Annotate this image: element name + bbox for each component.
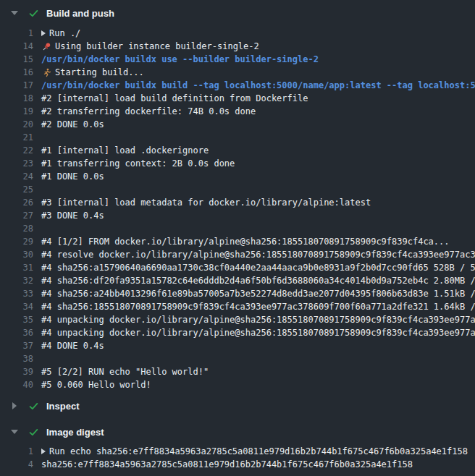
line-number[interactable]: 23 — [6, 158, 33, 169]
log-line[interactable]: 1Run ./ — [0, 27, 475, 40]
workflow-log: Build and push 1Run ./14Using builder in… — [0, 0, 475, 471]
log-line[interactable]: 22#1 [internal] load .dockerignore — [0, 144, 475, 157]
log-line[interactable]: 31#4 sha256:a15790640a6690aa1730c38cf0a4… — [0, 261, 475, 274]
line-number[interactable]: 22 — [6, 145, 33, 156]
log-text: Run ./ — [49, 28, 80, 38]
line-content: Starting build... — [33, 67, 144, 77]
log-line[interactable]: 18#2 [internal] load build definition fr… — [0, 92, 475, 105]
log-line[interactable]: 4sha256:e7ff8834a5963a2785c5a0811e979d16… — [0, 458, 475, 471]
line-number[interactable]: 36 — [6, 328, 33, 338]
line-number[interactable]: 25 — [6, 184, 33, 195]
line-content: #2 DONE 0.0s — [33, 119, 104, 129]
line-number[interactable]: 1 — [6, 28, 33, 38]
line-number[interactable]: 27 — [6, 211, 33, 221]
log-line[interactable]: 40#5 0.060 Hello world! — [0, 378, 475, 391]
line-content: #2 transferring dockerfile: 74B 0.0s don… — [33, 106, 256, 116]
run-expander-icon[interactable] — [41, 449, 46, 454]
log-text: #2 [internal] load build definition from… — [41, 93, 308, 103]
section-header-inspect[interactable]: Inspect — [0, 396, 475, 416]
line-number[interactable]: 38 — [6, 354, 33, 364]
log-line[interactable]: 33#4 sha256:a24bb4013296f61e89ba57005a7b… — [0, 287, 475, 300]
line-content: #4 sha256:a24bb4013296f61e89ba57005a7b3e… — [33, 289, 475, 299]
log-text: #4 unpacking docker.io/library/alpine@sh… — [41, 315, 475, 325]
log-line[interactable]: 37#4 DONE 0.4s — [0, 339, 475, 352]
log-text: #1 DONE 0.0s — [41, 171, 104, 182]
check-icon — [28, 401, 39, 412]
log-line[interactable]: 29#4 [1/2] FROM docker.io/library/alpine… — [0, 235, 475, 248]
log-text: #4 unpacking docker.io/library/alpine@sh… — [41, 328, 475, 338]
line-number[interactable]: 1 — [6, 446, 33, 456]
log-line[interactable]: 26#3 [internal] load metadata for docker… — [0, 196, 475, 209]
line-number[interactable]: 35 — [6, 315, 33, 325]
log-line[interactable]: 23#1 transferring context: 2B 0.0s done — [0, 157, 475, 170]
line-content: sha256:e7ff8834a5963a2785c5a0811e979d16b… — [33, 459, 413, 469]
log-line[interactable]: 30#4 resolve docker.io/library/alpine@sh… — [0, 248, 475, 261]
log-text: #1 transferring context: 2B 0.0s done — [41, 158, 235, 169]
line-number[interactable]: 26 — [6, 197, 33, 208]
line-number[interactable]: 4 — [6, 459, 33, 469]
line-content: #4 resolve docker.io/library/alpine@sha2… — [33, 250, 475, 260]
log-line[interactable]: 19#2 transferring dockerfile: 74B 0.0s d… — [0, 105, 475, 118]
line-number[interactable]: 18 — [6, 93, 33, 103]
chevron-right-icon — [11, 402, 18, 409]
line-number[interactable]: 31 — [6, 263, 33, 273]
line-number[interactable]: 14 — [6, 41, 33, 51]
log-text: #2 DONE 0.0s — [41, 119, 104, 129]
log-line[interactable]: 14Using builder instance builder-single-… — [0, 40, 475, 53]
line-number[interactable]: 37 — [6, 341, 33, 351]
log-text: /usr/bin/docker buildx build --tag local… — [41, 80, 475, 90]
chevron-down-icon — [11, 430, 18, 434]
line-content: #2 [internal] load build definition from… — [33, 93, 308, 103]
line-number[interactable]: 39 — [6, 367, 33, 377]
line-number[interactable]: 20 — [6, 119, 33, 129]
line-number[interactable]: 40 — [6, 380, 33, 390]
log-line[interactable]: 17/usr/bin/docker buildx build --tag loc… — [0, 79, 475, 92]
log-text: Starting build... — [55, 67, 144, 77]
line-number[interactable]: 29 — [6, 237, 33, 247]
line-content: #1 DONE 0.0s — [33, 171, 104, 182]
log-text: #4 [1/2] FROM docker.io/library/alpine@s… — [41, 237, 450, 247]
log-line[interactable]: 24#1 DONE 0.0s — [0, 170, 475, 183]
section-header-build-and-push[interactable]: Build and push — [0, 3, 475, 23]
line-content: /usr/bin/docker buildx build --tag local… — [33, 80, 475, 90]
section-header-image-digest[interactable]: Image digest — [0, 422, 475, 442]
line-number[interactable]: 33 — [6, 289, 33, 299]
line-number[interactable]: 30 — [6, 250, 33, 260]
line-content: /usr/bin/docker buildx use --builder bui… — [33, 54, 319, 64]
log-text: #5 [2/2] RUN echo "Hello world!" — [41, 367, 209, 377]
log-text: #4 sha256:a24bb4013296f61e89ba57005a7b3e… — [41, 289, 475, 299]
log-text: #4 resolve docker.io/library/alpine@sha2… — [41, 250, 475, 260]
log-line[interactable]: 20#2 DONE 0.0s — [0, 118, 475, 131]
log-line[interactable]: 16Starting build... — [0, 66, 475, 79]
line-number[interactable]: 34 — [6, 302, 33, 312]
line-number[interactable]: 17 — [6, 80, 33, 90]
line-number[interactable]: 32 — [6, 276, 33, 286]
log-line[interactable]: 39#5 [2/2] RUN echo "Hello world!" — [0, 365, 475, 378]
log-line[interactable]: 15/usr/bin/docker buildx use --builder b… — [0, 53, 475, 66]
log-line[interactable]: 21 — [0, 131, 475, 144]
line-number[interactable]: 16 — [6, 67, 33, 77]
pushpin-icon — [41, 42, 51, 51]
line-number[interactable]: 24 — [6, 171, 33, 182]
line-number[interactable]: 15 — [6, 54, 33, 64]
log-line[interactable]: 25 — [0, 183, 475, 196]
log-line[interactable]: 34#4 sha256:185518070891758909c9f839cf4c… — [0, 300, 475, 313]
runner-icon — [41, 68, 51, 77]
log-line[interactable]: 32#4 sha256:df20fa9351a15782c64e6dddb2d4… — [0, 274, 475, 287]
log-line[interactable]: 35#4 unpacking docker.io/library/alpine@… — [0, 313, 475, 326]
line-number[interactable]: 21 — [6, 132, 33, 143]
log-line[interactable]: 38 — [0, 352, 475, 365]
line-content: #4 sha256:a15790640a6690aa1730c38cf0a440… — [33, 263, 475, 273]
log-text: #3 [internal] load metadata for docker.i… — [41, 197, 371, 208]
line-content: #3 [internal] load metadata for docker.i… — [33, 197, 371, 208]
section-body-image-digest: 1Run echo sha256:e7ff8834a5963a2785c5a08… — [0, 445, 475, 471]
log-line[interactable]: 1Run echo sha256:e7ff8834a5963a2785c5a08… — [0, 445, 475, 458]
log-text: #4 sha256:a15790640a6690aa1730c38cf0a440… — [41, 263, 475, 273]
log-line[interactable]: 36#4 unpacking docker.io/library/alpine@… — [0, 326, 475, 339]
line-number[interactable]: 19 — [6, 106, 33, 116]
check-icon — [28, 8, 39, 19]
log-line[interactable]: 27#3 DONE 0.4s — [0, 209, 475, 222]
log-line[interactable]: 28 — [0, 222, 475, 235]
line-number[interactable]: 28 — [6, 224, 33, 234]
run-expander-icon[interactable] — [41, 30, 46, 36]
